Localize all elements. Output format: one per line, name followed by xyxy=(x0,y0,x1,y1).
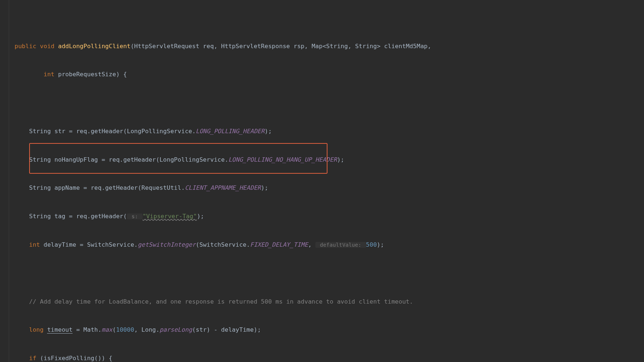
code-line[interactable]: String appName = req.getHeader(RequestUt… xyxy=(15,183,644,193)
code-line[interactable]: long timeout = Math.max(10000, Long.pars… xyxy=(15,325,644,335)
params: HttpServletRequest req, HttpServletRespo… xyxy=(134,43,431,50)
string-literal: "Vipserver-Tag" xyxy=(143,213,197,220)
code-line[interactable]: if (isFixedPolling()) { xyxy=(15,354,644,362)
param-hint: defaultValue: xyxy=(315,242,366,248)
code-line[interactable]: // Add delay time for LoadBalance, and o… xyxy=(15,297,644,307)
blank-line[interactable] xyxy=(15,269,644,278)
static-field: FIXED_DELAY_TIME xyxy=(250,241,308,248)
static-field: LONG_POLLING_HEADER xyxy=(196,128,265,135)
keyword-void: void xyxy=(40,43,55,50)
method-name: addLongPollingClient xyxy=(58,43,131,50)
code-line[interactable]: int delayTime = SwitchService.getSwitchI… xyxy=(15,240,644,250)
blank-line[interactable] xyxy=(15,98,644,108)
code-line[interactable]: String noHangUpFlag = req.getHeader(Long… xyxy=(15,155,644,165)
keyword-int: int xyxy=(43,71,54,78)
code-line[interactable]: int probeRequestSize) { xyxy=(15,70,644,79)
code-editor[interactable]: public void addLongPollingClient(HttpSer… xyxy=(0,0,644,362)
param-hint: s: xyxy=(127,213,143,219)
var-timeout: timeout xyxy=(47,326,73,334)
static-field: CLIENT_APPNAME_HEADER xyxy=(185,184,261,191)
comment: // Add delay time for LoadBalance, and o… xyxy=(29,298,413,305)
code-line[interactable]: public void addLongPollingClient(HttpSer… xyxy=(15,42,644,51)
code-line[interactable]: String tag = req.getHeader( s: "Vipserve… xyxy=(15,212,644,221)
keyword-public: public xyxy=(15,43,36,50)
static-call: getSwitchInteger xyxy=(138,241,196,248)
static-field: LONG_POLLING_NO_HANG_UP_HEADER xyxy=(228,156,337,163)
number: 500 xyxy=(366,241,377,248)
code-line[interactable]: String str = req.getHeader(LongPollingSe… xyxy=(15,127,644,136)
gutter xyxy=(0,0,9,362)
